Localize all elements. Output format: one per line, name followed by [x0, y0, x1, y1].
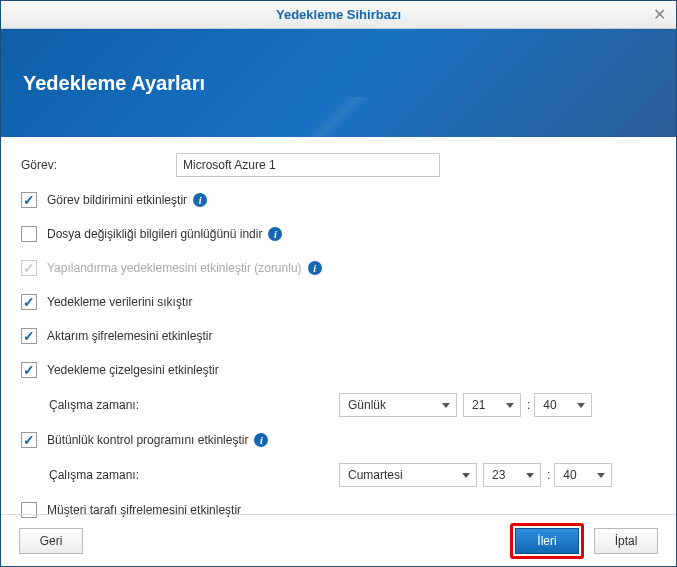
schedule-checkbox[interactable]: [21, 362, 37, 378]
hour1-select[interactable]: 21: [463, 393, 521, 417]
time-separator: :: [527, 398, 530, 412]
runtime1-row: Çalışma zamanı: Günlük 21 : 40: [21, 393, 656, 417]
info-icon[interactable]: i: [193, 193, 207, 207]
task-label: Görev:: [21, 158, 176, 172]
schedule-label: Yedekleme çizelgesini etkinleştir: [47, 363, 219, 377]
highlight-box: İleri: [510, 523, 584, 559]
info-icon[interactable]: i: [308, 261, 322, 275]
minute2-value: 40: [563, 468, 576, 482]
footer: Geri İleri İptal: [1, 514, 676, 566]
configbackup-row: Yapılandırma yedeklemesini etkinleştir (…: [21, 257, 656, 279]
runtime2-row: Çalışma zamanı: Cumartesi 23 : 40: [21, 463, 656, 487]
wizard-window: Yedekleme Sihirbazı ✕ Yedekleme Ayarları…: [0, 0, 677, 567]
frequency-value: Günlük: [348, 398, 386, 412]
compress-label: Yedekleme verilerini sıkıştır: [47, 295, 193, 309]
cancel-button[interactable]: İptal: [594, 528, 658, 554]
hour1-value: 21: [472, 398, 485, 412]
titlebar: Yedekleme Sihirbazı ✕: [1, 1, 676, 29]
header-banner: Yedekleme Ayarları: [1, 29, 676, 137]
transferenc-checkbox[interactable]: [21, 328, 37, 344]
content-area: Görev: Görev bildirimini etkinleştir i D…: [1, 137, 676, 521]
transferenc-label: Aktarım şifrelemesini etkinleştir: [47, 329, 212, 343]
configbackup-label: Yapılandırma yedeklemesini etkinleştir (…: [47, 261, 302, 275]
minute1-value: 40: [543, 398, 556, 412]
filechange-row: Dosya değişikliği bilgileri günlüğünü in…: [21, 223, 656, 245]
integrity-row: Bütünlük kontrol programını etkinleştir …: [21, 429, 656, 451]
minute1-select[interactable]: 40: [534, 393, 592, 417]
back-button[interactable]: Geri: [19, 528, 83, 554]
hour2-select[interactable]: 23: [483, 463, 541, 487]
info-icon[interactable]: i: [254, 433, 268, 447]
frequency-select[interactable]: Günlük: [339, 393, 457, 417]
page-title: Yedekleme Ayarları: [23, 72, 205, 95]
task-input[interactable]: [176, 153, 440, 177]
day-select[interactable]: Cumartesi: [339, 463, 477, 487]
notification-label: Görev bildirimini etkinleştir: [47, 193, 187, 207]
filechange-checkbox[interactable]: [21, 226, 37, 242]
hour2-value: 23: [492, 468, 505, 482]
task-row: Görev:: [21, 153, 656, 177]
compress-row: Yedekleme verilerini sıkıştır: [21, 291, 656, 313]
day-value: Cumartesi: [348, 468, 403, 482]
runtime1-label: Çalışma zamanı:: [49, 398, 339, 412]
transferenc-row: Aktarım şifrelemesini etkinleştir: [21, 325, 656, 347]
runtime2-label: Çalışma zamanı:: [49, 468, 339, 482]
notification-checkbox[interactable]: [21, 192, 37, 208]
window-title: Yedekleme Sihirbazı: [276, 7, 401, 22]
configbackup-checkbox: [21, 260, 37, 276]
time-separator: :: [547, 468, 550, 482]
next-button[interactable]: İleri: [515, 528, 579, 554]
compress-checkbox[interactable]: [21, 294, 37, 310]
schedule-row: Yedekleme çizelgesini etkinleştir: [21, 359, 656, 381]
integrity-checkbox[interactable]: [21, 432, 37, 448]
info-icon[interactable]: i: [268, 227, 282, 241]
close-icon[interactable]: ✕: [650, 5, 668, 23]
notification-row: Görev bildirimini etkinleştir i: [21, 189, 656, 211]
minute2-select[interactable]: 40: [554, 463, 612, 487]
integrity-label: Bütünlük kontrol programını etkinleştir: [47, 433, 248, 447]
filechange-label: Dosya değişikliği bilgileri günlüğünü in…: [47, 227, 262, 241]
